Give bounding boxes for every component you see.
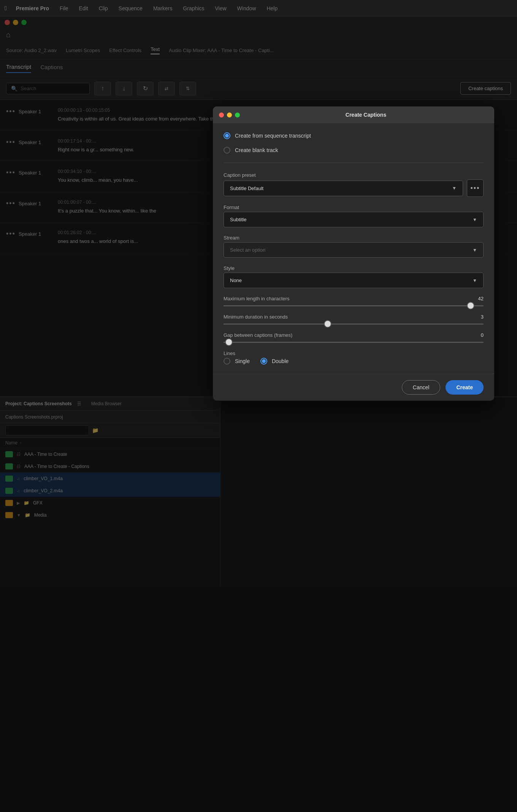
style-value: None — [230, 278, 242, 283]
lines-options: Single Double — [224, 358, 484, 365]
modal-window-controls — [219, 113, 240, 117]
stream-field: Stream Select an option ▼ — [224, 235, 484, 258]
radio-inner-dot — [225, 134, 229, 138]
caption-preset-options-button[interactable]: ••• — [467, 179, 484, 197]
gap-field: Gap between captions (frames) 0 — [224, 332, 484, 343]
modal-titlebar: Create Captions — [213, 106, 494, 123]
stream-label: Stream — [224, 235, 484, 241]
caption-preset-label: Caption preset — [224, 172, 484, 178]
caption-preset-row: Subtitle Default ▼ ••• — [224, 179, 484, 197]
min-duration-field: Minimum duration in seconds 3 — [224, 314, 484, 325]
min-duration-slider-track[interactable] — [224, 324, 484, 325]
max-length-label-row: Maximum length in characters 42 — [224, 296, 484, 301]
style-select[interactable]: None ▼ — [224, 273, 484, 288]
lines-field: Lines Single Double — [224, 350, 484, 365]
chevron-down-icon: ▼ — [452, 186, 457, 191]
chevron-down-icon: ▼ — [473, 278, 477, 283]
radio-button-unselected[interactable] — [224, 147, 230, 154]
max-length-slider-fill — [224, 305, 471, 306]
modal-overlay: Create Captions Create from sequence tra… — [0, 0, 517, 812]
modal-minimize-button[interactable] — [227, 113, 232, 117]
gap-label-row: Gap between captions (frames) 0 — [224, 332, 484, 338]
radio-inner-dot — [262, 359, 266, 363]
create-button[interactable]: Create — [446, 380, 484, 395]
min-duration-label-row: Minimum duration in seconds 3 — [224, 314, 484, 320]
cancel-button[interactable]: Cancel — [402, 380, 441, 395]
create-captions-modal: Create Captions Create from sequence tra… — [213, 106, 494, 401]
modal-title: Create Captions — [244, 112, 488, 118]
chevron-down-icon: ▼ — [473, 247, 477, 253]
radio-button-selected[interactable] — [224, 132, 230, 139]
radio-button-double[interactable] — [260, 358, 267, 365]
min-duration-slider-fill — [224, 324, 328, 325]
radio-label-sequence: Create from sequence transcript — [235, 133, 311, 139]
min-duration-value: 3 — [481, 314, 484, 320]
modal-footer: Cancel Create — [213, 374, 494, 401]
radio-single-lines[interactable]: Single — [224, 358, 250, 365]
max-length-slider-thumb[interactable] — [467, 302, 474, 309]
max-length-value: 42 — [478, 296, 484, 301]
lines-double-label: Double — [272, 358, 289, 364]
max-length-field: Maximum length in characters 42 — [224, 296, 484, 306]
format-value: Subtitle — [230, 217, 246, 222]
format-field: Format Subtitle ▼ — [224, 205, 484, 227]
lines-label: Lines — [224, 350, 484, 356]
max-length-label: Maximum length in characters — [224, 296, 289, 301]
stream-placeholder: Select an option — [230, 247, 265, 253]
gap-label: Gap between captions (frames) — [224, 332, 292, 338]
style-field: Style None ▼ — [224, 265, 484, 288]
modal-body: Create from sequence transcript Create b… — [213, 123, 494, 374]
gap-value: 0 — [481, 332, 484, 338]
divider — [224, 163, 484, 163]
format-select[interactable]: Subtitle ▼ — [224, 212, 484, 227]
min-duration-slider-thumb[interactable] — [324, 320, 331, 328]
modal-fullscreen-button[interactable] — [235, 113, 240, 117]
radio-sequence-transcript[interactable]: Create from sequence transcript — [224, 132, 484, 139]
radio-double-lines[interactable]: Double — [260, 358, 289, 365]
stream-select[interactable]: Select an option ▼ — [224, 242, 484, 258]
radio-label-blank: Create blank track — [235, 147, 278, 153]
caption-preset-field: Caption preset Subtitle Default ▼ ••• — [224, 172, 484, 197]
gap-slider-thumb[interactable] — [225, 338, 233, 346]
style-label: Style — [224, 265, 484, 271]
format-label: Format — [224, 205, 484, 210]
radio-button-single[interactable] — [224, 358, 230, 365]
max-length-slider-track[interactable] — [224, 305, 484, 306]
chevron-down-icon: ▼ — [473, 217, 477, 222]
gap-slider-track[interactable] — [224, 342, 484, 343]
caption-preset-value: Subtitle Default — [230, 186, 263, 191]
radio-blank-track[interactable]: Create blank track — [224, 147, 484, 154]
min-duration-label: Minimum duration in seconds — [224, 314, 288, 320]
lines-single-label: Single — [235, 358, 250, 364]
caption-preset-select[interactable]: Subtitle Default ▼ — [224, 181, 463, 196]
modal-close-button[interactable] — [219, 113, 224, 117]
